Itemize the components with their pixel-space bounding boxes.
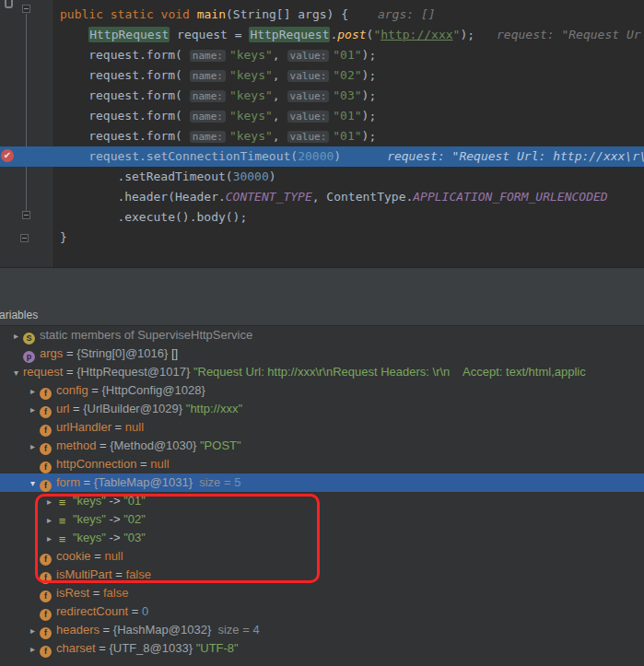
variable-row[interactable]: fcookie = null <box>0 547 644 566</box>
code-line[interactable]: request.form( name:"keys", value:"01"); <box>53 126 644 146</box>
variable-text: {HttpConfig@1028} <box>102 383 205 397</box>
variable-text: headers <box>56 623 100 637</box>
variable-text: config <box>56 383 88 397</box>
variable-row[interactable]: ▾request = {HttpRequest@1017} "Request U… <box>0 363 644 381</box>
fold-collapse-icon[interactable] <box>22 211 30 219</box>
code-line[interactable]: request.form( name:"keys", value:"01"); <box>53 45 644 65</box>
code-token: , <box>273 48 287 62</box>
chevron-right-icon[interactable]: ▸ <box>26 382 40 400</box>
code-token: "01" <box>333 48 361 62</box>
code-token: HttpRequest <box>88 27 170 42</box>
chevron-right-icon[interactable]: ▸ <box>26 401 40 418</box>
code-token: APPLICATION_FORM_URLENCODED <box>413 190 607 204</box>
variable-text: "keys" <box>73 512 106 526</box>
map-entry-icon: ≡ <box>56 515 68 527</box>
chevron-down-icon[interactable]: ▾ <box>26 474 40 492</box>
map-entry-icon: ≡ <box>56 497 68 508</box>
chevron-right-icon[interactable]: ▸ <box>26 438 40 455</box>
code-line[interactable]: request.form( name:"keys", value:"01"); <box>53 106 644 126</box>
variable-row[interactable]: ▾fform = {TableMap@1031} size = 5 <box>0 473 644 492</box>
variable-text: = <box>63 365 76 379</box>
code-token: , <box>273 88 287 102</box>
code-token: "03" <box>333 88 361 102</box>
code-token: (String[] args) { <box>226 7 356 21</box>
variable-row[interactable]: ▸Sstatic members of SuperviseHttpService <box>0 326 644 345</box>
field-icon: f <box>40 572 52 584</box>
variable-row[interactable]: ▸≡"keys" -> "02" <box>0 510 644 529</box>
code-token: ); <box>362 129 377 143</box>
code-line[interactable]: request.form( name:"keys", value:"02"); <box>53 65 644 86</box>
code-token: ); <box>362 109 377 123</box>
variable-text: false <box>126 567 151 581</box>
code-line[interactable]: .execute().body(); <box>53 207 644 228</box>
parameter-hint: name: <box>190 70 226 82</box>
variable-row[interactable]: fredirectCount = 0 <box>0 602 644 621</box>
variable-text: "Request Url: http://xxx\r\nRequest Head… <box>193 365 586 379</box>
variable-row[interactable]: fhttpConnection = null <box>0 455 644 473</box>
chevron-right-icon[interactable]: ▸ <box>26 640 40 658</box>
inline-debug-value: request: "Request Ur <box>497 28 641 41</box>
variable-row[interactable]: ▸fheaders = {HashMap@1032} size = 4 <box>0 621 644 639</box>
field-icon: f <box>40 590 52 602</box>
variable-text: = <box>128 604 142 618</box>
variable-text: null <box>150 457 169 471</box>
variable-row[interactable]: pargs = {String[0]@1016} [] <box>0 345 644 363</box>
code-line[interactable]: .setReadTimeout(30000) <box>53 167 644 187</box>
code-line[interactable]: request.setConnectionTimeout(20000)reque… <box>53 146 644 167</box>
code-token: .execute().body(); <box>117 210 247 224</box>
variable-text: {String[0]@1016} <box>76 346 171 360</box>
chevron-down-icon[interactable]: ▾ <box>9 364 23 381</box>
chevron-right-icon[interactable]: ▸ <box>42 511 56 529</box>
variable-text: "keys" <box>73 494 106 508</box>
variable-row[interactable]: ▸≡"keys" -> "01" <box>0 492 644 510</box>
variable-row[interactable]: furlHandler = null <box>0 418 644 437</box>
field-icon: f <box>40 388 52 400</box>
field-icon: f <box>40 462 52 473</box>
variable-row[interactable]: ▸fmethod = {Method@1030} "POST" <box>0 437 644 455</box>
variable-text: = <box>96 438 110 452</box>
code-token: ) <box>334 149 341 163</box>
code-token: , ContentType. <box>312 190 414 204</box>
variable-row[interactable]: ▸furl = {UrlBuilder@1029} "http://xxx" <box>0 400 644 418</box>
field-icon: f <box>40 646 52 658</box>
variable-text: = <box>89 586 103 600</box>
variable-text: size = <box>217 623 252 637</box>
code-token: , <box>273 109 287 123</box>
fold-collapse-icon[interactable] <box>22 5 30 13</box>
variable-text: method <box>56 438 96 452</box>
code-token: public static void <box>60 7 197 21</box>
code-line[interactable]: } <box>53 228 644 248</box>
breakpoint-verified-icon[interactable]: ✔ <box>1 149 14 162</box>
checkmark-icon: ✔ <box>4 150 11 160</box>
chevron-right-icon[interactable]: ▸ <box>42 493 56 510</box>
code-token: request.form( <box>88 68 190 82</box>
variable-text: -> <box>106 494 123 508</box>
variable-row[interactable]: ▸fconfig = {HttpConfig@1028} <box>0 381 644 400</box>
chevron-right-icon[interactable]: ▸ <box>26 622 40 639</box>
code-lines[interactable]: public static void main(String[] args) {… <box>53 5 644 248</box>
variables-tree[interactable]: ▸Sstatic members of SuperviseHttpService… <box>0 326 644 666</box>
code-line[interactable]: request.form( name:"keys", value:"03"); <box>53 86 644 106</box>
variable-row[interactable]: ▸fcharset = {UTF_8@1033} "UTF-8" <box>0 639 644 658</box>
variable-row[interactable]: ▸≡"keys" -> "03" <box>0 529 644 547</box>
field-icon: f <box>40 425 52 437</box>
code-line[interactable]: .header(Header.CONTENT_TYPE, ContentType… <box>53 187 644 207</box>
parameter-hint: value: <box>287 131 330 143</box>
code-line[interactable]: HttpRequest request = HttpRequest.post("… <box>53 25 644 45</box>
field-icon: f <box>40 443 52 455</box>
chevron-right-icon[interactable]: ▸ <box>42 530 56 547</box>
code-token: "keys" <box>229 68 273 82</box>
variable-text: {HashMap@1032} <box>113 623 218 637</box>
code-line[interactable]: public static void main(String[] args) {… <box>53 5 644 25</box>
fold-collapse-icon[interactable] <box>20 234 29 242</box>
code-token: "01" <box>333 109 361 123</box>
map-entry-icon: ≡ <box>56 533 68 545</box>
bookmark-icon <box>5 0 13 8</box>
code-editor[interactable]: ✔ public static void main(String[] args)… <box>0 0 644 267</box>
code-token: post <box>337 28 366 41</box>
chevron-right-icon[interactable]: ▸ <box>9 327 23 345</box>
field-icon: f <box>40 609 52 621</box>
variable-row[interactable]: fisMultiPart = false <box>0 566 644 584</box>
variable-row[interactable]: fisRest = false <box>0 584 644 602</box>
parameter-hint: name: <box>190 90 226 102</box>
